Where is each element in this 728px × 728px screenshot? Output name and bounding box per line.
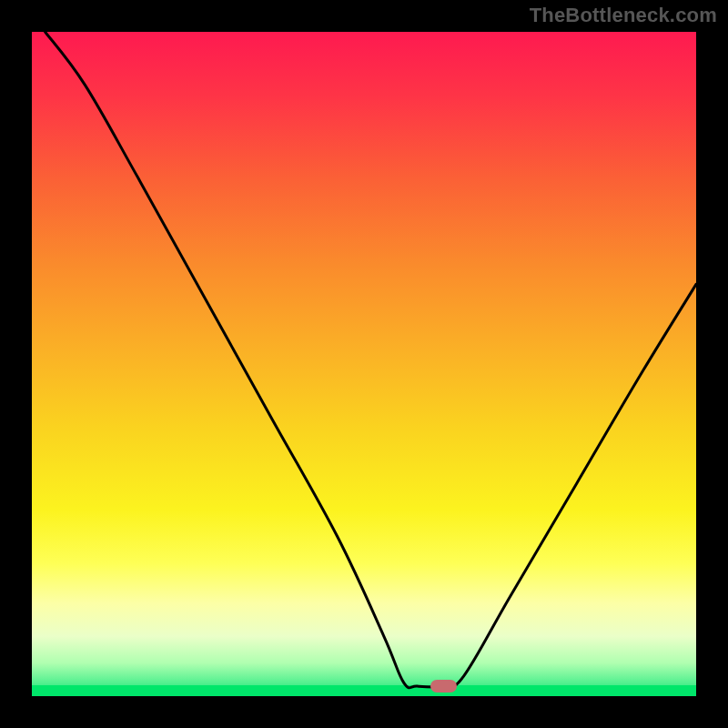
chart-frame: TheBottleneck.com bbox=[0, 0, 728, 728]
plot-area bbox=[32, 32, 696, 696]
optimum-marker bbox=[430, 680, 457, 693]
bottleneck-curve bbox=[32, 32, 696, 696]
watermark: TheBottleneck.com bbox=[530, 4, 717, 27]
